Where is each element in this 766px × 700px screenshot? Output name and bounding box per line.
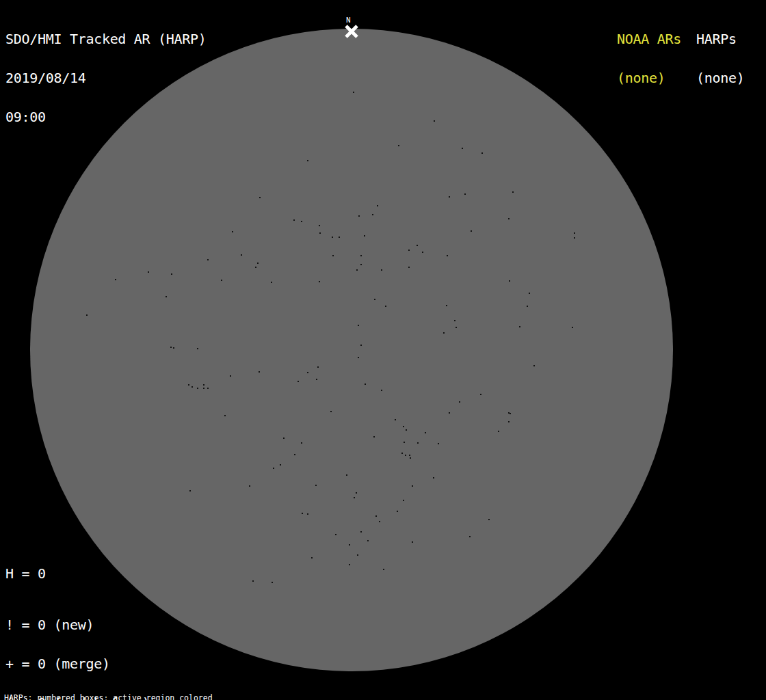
magnetic-speckle xyxy=(395,419,396,420)
page-title: SDO/HMI Tracked AR (HARP) xyxy=(5,33,207,46)
magnetic-speckle xyxy=(381,390,382,391)
magnetic-speckle xyxy=(480,394,481,395)
magnetic-speckle xyxy=(354,497,355,498)
magnetic-speckle xyxy=(410,457,411,459)
magnetic-speckle xyxy=(498,431,499,432)
magnetic-speckle xyxy=(412,541,413,543)
magnetic-speckle xyxy=(404,442,405,443)
magnetic-speckle xyxy=(259,371,260,373)
magnetic-speckle xyxy=(349,564,350,565)
magnetic-speckle xyxy=(302,513,303,514)
magnetic-speckle xyxy=(273,468,274,469)
magnetic-speckle xyxy=(115,279,116,280)
magnetic-speckle xyxy=(510,413,511,414)
magnetic-speckle xyxy=(375,515,377,517)
magnetic-speckle xyxy=(574,237,575,239)
magnetic-speckle xyxy=(360,264,362,265)
magnetic-speckle xyxy=(377,205,378,206)
magnetic-speckle xyxy=(373,436,375,438)
noaa-ars-column: NOAA ARs (none) xyxy=(617,7,681,111)
magnetic-speckle xyxy=(356,492,357,494)
magnetic-speckle xyxy=(307,372,308,373)
footer-notes: HARPs: numbered boxes; active region col… xyxy=(4,677,279,700)
magnetic-speckle xyxy=(148,271,149,273)
magnetic-speckle xyxy=(330,411,332,412)
north-label: N xyxy=(346,16,351,24)
magnetic-speckle xyxy=(171,273,172,275)
magnetic-speckle xyxy=(332,237,333,238)
magnetic-speckle xyxy=(346,474,347,476)
magnetic-speckle xyxy=(221,280,222,281)
magnetic-speckle xyxy=(207,388,209,389)
noaa-ars-value: (none) xyxy=(617,72,681,85)
magnetic-speckle xyxy=(197,348,198,349)
magnetic-speckle xyxy=(412,485,413,487)
magnetic-speckle xyxy=(527,306,528,307)
magnetic-speckle xyxy=(317,366,319,368)
magnetic-speckle xyxy=(280,464,281,466)
magnetic-speckle xyxy=(471,230,472,232)
magnetic-speckle xyxy=(449,196,450,198)
magnetic-speckle xyxy=(408,267,410,268)
magnetic-speckle xyxy=(529,293,530,294)
magnetic-speckle xyxy=(372,214,373,215)
magnetic-speckle xyxy=(447,255,448,256)
magnetic-speckle xyxy=(207,259,209,260)
magnetic-speckle xyxy=(365,383,366,385)
magnetic-speckle xyxy=(533,365,535,366)
magnetic-speckle xyxy=(438,443,439,444)
magnetic-speckle xyxy=(417,245,418,246)
magnetic-speckle xyxy=(257,262,259,264)
magnetic-speckle xyxy=(353,92,354,93)
magnetic-speckle xyxy=(232,231,233,232)
magnetic-speckle xyxy=(464,193,466,195)
magnetic-speckle xyxy=(319,281,320,282)
magnetic-speckle xyxy=(311,557,313,558)
magnetic-speckle xyxy=(422,252,423,253)
magnetic-speckle xyxy=(283,438,285,439)
footer-harps-note: HARPs: numbered boxes; active region col… xyxy=(4,694,279,700)
magnetic-speckle xyxy=(301,442,302,444)
magnetic-speckle xyxy=(349,544,350,546)
legend-row-merge: + = 0 (merge) xyxy=(5,658,158,671)
magnetic-speckle xyxy=(385,306,386,307)
magnetic-speckle xyxy=(203,388,204,389)
magnetic-speckle xyxy=(357,554,358,556)
magnetic-speckle xyxy=(512,191,514,193)
magnetic-speckle xyxy=(358,215,360,217)
magnetic-speckle xyxy=(462,148,463,149)
magnetic-speckle xyxy=(339,237,340,238)
magnetic-speckle xyxy=(319,225,320,226)
magnetic-speckle xyxy=(86,314,88,316)
magnetic-speckle xyxy=(409,455,410,456)
magnetic-speckle xyxy=(508,421,510,422)
magnetic-speckle xyxy=(397,511,398,512)
magnetic-speckle xyxy=(332,255,334,256)
magnetic-speckle xyxy=(173,347,174,349)
magnetic-speckle xyxy=(315,485,317,486)
magnetic-speckle xyxy=(170,347,172,348)
magnetic-speckle xyxy=(259,197,261,198)
magnetic-speckle xyxy=(294,454,295,455)
magnetic-speckle xyxy=(241,254,242,256)
magnetic-speckle xyxy=(433,477,434,479)
magnetic-speckle xyxy=(252,580,254,582)
north-pole-cross-icon xyxy=(344,25,359,38)
magnetic-speckle xyxy=(434,120,435,122)
magnetic-speckle xyxy=(572,327,573,328)
magnetic-speckle xyxy=(166,296,167,297)
magnetic-speckle xyxy=(203,384,204,386)
magnetic-speckle xyxy=(509,280,510,282)
magnetic-speckle xyxy=(271,282,272,283)
magnetic-speckle xyxy=(403,500,404,501)
magnetic-speckle xyxy=(459,401,460,403)
magnetic-speckle xyxy=(249,485,250,487)
magnetic-speckle xyxy=(358,357,359,358)
magnetic-speckle xyxy=(469,536,471,537)
magnetic-speckle xyxy=(481,152,483,154)
magnetic-speckle xyxy=(224,415,226,416)
magnetic-speckle xyxy=(401,453,403,454)
magnetic-speckle xyxy=(293,219,295,221)
magnetic-speckle xyxy=(488,519,490,520)
magnetic-speckle xyxy=(364,235,365,237)
